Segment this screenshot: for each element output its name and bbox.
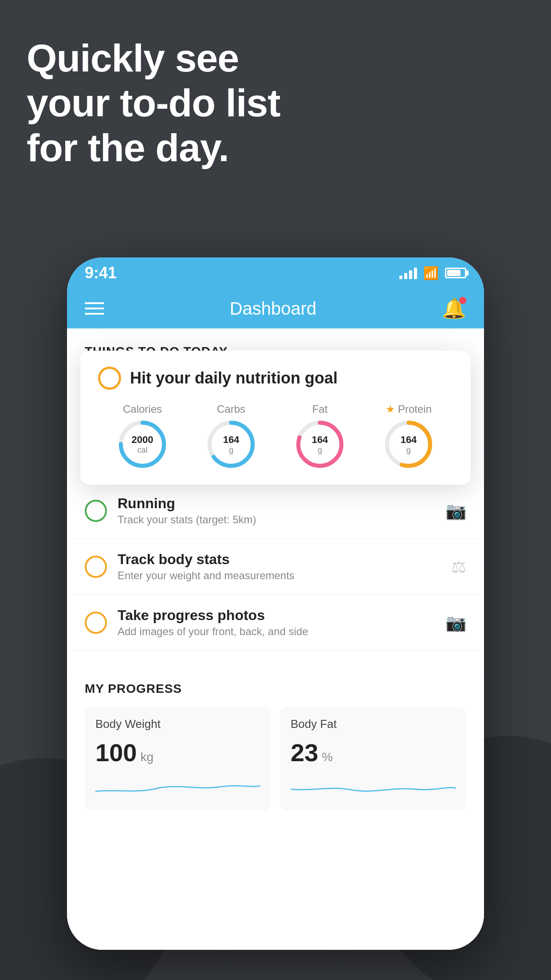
status-icons: 📶 <box>399 266 466 281</box>
protein-donut: 164 g <box>384 420 433 469</box>
progress-title: MY PROGRESS <box>85 682 466 696</box>
fat-value: 164 <box>312 434 328 446</box>
body-stats-check-circle <box>85 556 107 578</box>
todo-list: Running Track your stats (target: 5km) 📷… <box>67 483 484 651</box>
todo-item-running[interactable]: Running Track your stats (target: 5km) 📷 <box>67 483 484 539</box>
photos-title: Take progress photos <box>118 607 445 624</box>
signal-icon <box>399 267 417 279</box>
running-check-circle <box>85 500 107 522</box>
body-fat-chart <box>291 776 456 798</box>
battery-icon <box>445 268 466 278</box>
status-bar: 9:41 📶 <box>67 257 484 288</box>
fat-label: Fat <box>312 403 328 415</box>
nav-title: Dashboard <box>230 299 317 319</box>
macros-row: Calories 2000 cal Carbs <box>98 403 453 469</box>
macro-protein: ★ Protein 164 g <box>384 403 433 469</box>
protein-label: Protein <box>398 403 432 415</box>
body-weight-unit: kg <box>140 750 153 764</box>
macro-carbs: Carbs 164 g <box>207 403 256 469</box>
calories-donut: 2000 cal <box>118 420 167 469</box>
running-title: Running <box>118 495 445 512</box>
todo-item-progress-photos[interactable]: Take progress photos Add images of your … <box>67 595 484 651</box>
phone-mockup: 9:41 📶 Dashboard 🔔 THINGS TO DO TOD <box>67 257 484 950</box>
notifications-button[interactable]: 🔔 <box>442 297 466 320</box>
carbs-label: Carbs <box>217 403 245 415</box>
nutrition-check-circle <box>98 367 121 390</box>
progress-cards: Body Weight 100 kg Body Fat 23 % <box>85 707 466 810</box>
phone-content: THINGS TO DO TODAY Hit your daily nutrit… <box>67 328 484 950</box>
running-icon: 📷 <box>445 501 466 521</box>
carbs-value: 164 <box>223 434 240 446</box>
carbs-donut: 164 g <box>207 420 256 469</box>
todo-item-body-stats[interactable]: Track body stats Enter your weight and m… <box>67 539 484 595</box>
progress-section: MY PROGRESS Body Weight 100 kg Body Fat <box>67 664 484 810</box>
body-weight-chart <box>95 776 260 798</box>
photo-icon: 📷 <box>445 613 466 632</box>
carbs-unit: g <box>223 446 240 455</box>
scale-icon: ⚖ <box>451 557 466 577</box>
fat-donut: 164 g <box>295 420 344 469</box>
star-icon: ★ <box>386 403 395 415</box>
protein-unit: g <box>401 446 417 455</box>
notification-badge <box>459 297 466 304</box>
wifi-icon: 📶 <box>423 266 439 281</box>
body-fat-card[interactable]: Body Fat 23 % <box>280 707 466 810</box>
body-fat-unit: % <box>322 750 333 764</box>
macro-calories: Calories 2000 cal <box>118 403 167 469</box>
fat-unit: g <box>312 446 328 455</box>
body-fat-value: 23 <box>291 738 318 767</box>
nav-bar: Dashboard 🔔 <box>67 288 484 328</box>
body-weight-card-title: Body Weight <box>95 717 260 731</box>
photos-sub: Add images of your front, back, and side <box>118 625 445 638</box>
running-sub: Track your stats (target: 5km) <box>118 514 445 526</box>
macro-fat: Fat 164 g <box>295 403 344 469</box>
nutrition-card-title: Hit your daily nutrition goal <box>130 369 338 387</box>
nutrition-card: Hit your daily nutrition goal Calories 2… <box>80 351 471 485</box>
body-weight-value: 100 <box>95 738 137 767</box>
calories-label: Calories <box>123 403 162 415</box>
photos-check-circle <box>85 612 107 634</box>
body-stats-title: Track body stats <box>118 551 451 568</box>
protein-value: 164 <box>401 434 417 446</box>
status-time: 9:41 <box>85 264 117 282</box>
protein-label-row: ★ Protein <box>386 403 432 415</box>
calories-value: 2000 <box>132 434 153 446</box>
calories-unit: cal <box>132 446 153 455</box>
menu-button[interactable] <box>85 302 104 315</box>
headline: Quickly see your to-do list for the day. <box>27 36 280 170</box>
body-weight-card[interactable]: Body Weight 100 kg <box>85 707 271 810</box>
body-stats-sub: Enter your weight and measurements <box>118 569 451 582</box>
body-fat-card-title: Body Fat <box>291 717 456 731</box>
